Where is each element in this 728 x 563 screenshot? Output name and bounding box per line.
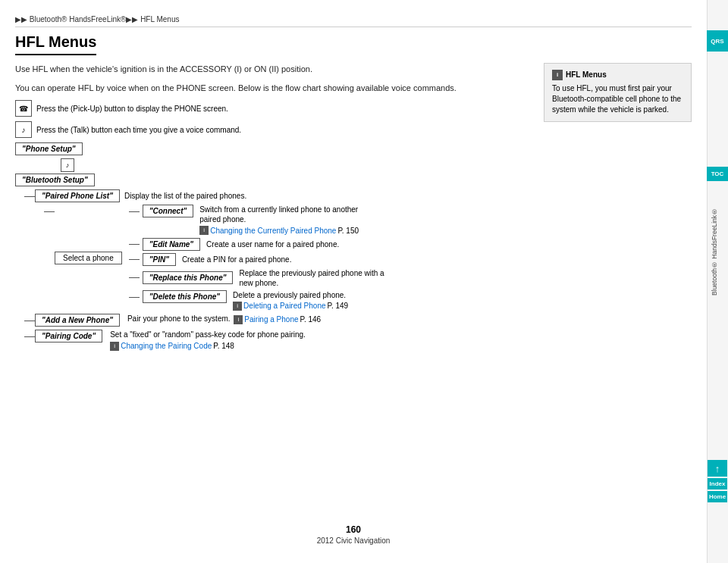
talk-icon: ♪ bbox=[15, 121, 32, 138]
paired-phone-list-box: "Paired Phone List" bbox=[35, 189, 120, 202]
page-footer: 160 2012 Civic Navigation bbox=[0, 524, 707, 545]
delete-phone-desc: Delete a previously paired phone. i Dele… bbox=[233, 290, 348, 311]
connect-info-icon: i bbox=[199, 226, 209, 235]
flow-diagram: "Phone Setup" ♪ "Bluetooth Setup" bbox=[15, 142, 532, 352]
info-box-title-text: HFL Menus bbox=[566, 70, 607, 80]
step-2: ♪ Press the (Talk) button each time you … bbox=[15, 121, 532, 138]
edit-name-desc: Create a user name for a paired phone. bbox=[206, 240, 339, 249]
bluetooth-label: Bluetooth® HandsFreeLink® bbox=[707, 205, 728, 299]
page-title: HFL Menus bbox=[15, 33, 96, 55]
pairing-link[interactable]: Changing the Pairing Code bbox=[121, 341, 212, 352]
pin-desc: Create a PIN for a paired phone. bbox=[182, 255, 292, 264]
phone-setup-box: "Phone Setup" bbox=[15, 142, 83, 155]
info-box-body: To use HFL, you must first pair your Blu… bbox=[552, 83, 683, 115]
main-content: ▶▶ Bluetooth® HandsFreeLink®▶▶ HFL Menus… bbox=[0, 0, 707, 563]
home-button[interactable]: Home bbox=[708, 491, 727, 502]
pickup-icon: ☎ bbox=[15, 100, 32, 117]
delete-info-icon: i bbox=[233, 302, 242, 311]
bluetooth-setup-box: "Bluetooth Setup" bbox=[15, 174, 95, 186]
delete-link[interactable]: Deleting a Paired Phone bbox=[243, 301, 325, 311]
intro-line1: Use HFL when the vehicle's ignition is i… bbox=[15, 63, 532, 76]
select-phone-box: Select a phone bbox=[55, 252, 122, 264]
step-1-text: Press the (Pick-Up) button to display th… bbox=[36, 105, 228, 113]
right-sidebar: i HFL Menus To use HFL, you must first p… bbox=[544, 63, 692, 352]
add-page: P. 146 bbox=[300, 314, 322, 325]
pin-box: "PIN" bbox=[143, 253, 176, 266]
footer-text: 2012 Civic Navigation bbox=[317, 536, 391, 545]
add-new-phone-desc: Pair your phone to the system. i Pairing… bbox=[127, 314, 321, 325]
page-number: 160 bbox=[346, 524, 361, 535]
add-link[interactable]: Pairing a Phone bbox=[244, 314, 298, 325]
connect-desc: Switch from a currently linked phone to … bbox=[199, 205, 362, 236]
pairing-info-icon: i bbox=[110, 342, 119, 351]
paired-phone-list-desc: Display the list of the paired phones. bbox=[124, 192, 246, 200]
breadcrumb: ▶▶ Bluetooth® HandsFreeLink®▶▶ HFL Menus bbox=[15, 15, 692, 27]
add-new-phone-box: "Add a New Phone" bbox=[35, 314, 120, 327]
connect-box: "Connect" bbox=[143, 205, 193, 217]
content-area: Use HFL when the vehicle's ignition is i… bbox=[15, 63, 692, 352]
replace-phone-box: "Replace this Phone" bbox=[143, 271, 234, 284]
delete-page: P. 149 bbox=[328, 301, 349, 311]
left-content: Use HFL when the vehicle's ignition is i… bbox=[15, 63, 532, 352]
pairing-page: P. 148 bbox=[213, 341, 234, 352]
arrow-up-button[interactable]: ↑ bbox=[708, 460, 727, 477]
connect-link[interactable]: Changing the Currently Paired Phone bbox=[210, 226, 336, 236]
intro-line2: You can operate HFL by voice when on the… bbox=[15, 82, 532, 95]
pairing-code-desc: Set a "fixed" or "random" pass-key code … bbox=[110, 330, 306, 352]
bottom-nav-buttons: ↑ Index Home bbox=[707, 460, 728, 502]
connect-page: P. 150 bbox=[337, 226, 359, 236]
step-2-text: Press the (Talk) button each time you gi… bbox=[36, 126, 241, 134]
delete-phone-box: "Delete this Phone" bbox=[143, 290, 227, 303]
pairing-code-box: "Pairing Code" bbox=[35, 330, 102, 342]
info-box-title: i HFL Menus bbox=[552, 70, 683, 80]
info-box-icon: i bbox=[552, 70, 563, 80]
step-1: ☎ Press the (Pick-Up) button to display … bbox=[15, 100, 532, 117]
breadcrumb-text: ▶▶ Bluetooth® HandsFreeLink®▶▶ HFL Menus bbox=[15, 15, 179, 23]
edit-name-box: "Edit Name" bbox=[143, 238, 200, 251]
replace-phone-desc: Replace the previously paired phone with… bbox=[239, 268, 391, 288]
toc-button[interactable]: TOC bbox=[707, 167, 728, 181]
qrs-button[interactable]: QRS bbox=[707, 30, 728, 52]
add-info-icon: i bbox=[234, 315, 243, 324]
info-box: i HFL Menus To use HFL, you must first p… bbox=[544, 63, 692, 122]
index-button[interactable]: Index bbox=[708, 478, 727, 489]
talk-icon-2: ♪ bbox=[61, 158, 74, 172]
